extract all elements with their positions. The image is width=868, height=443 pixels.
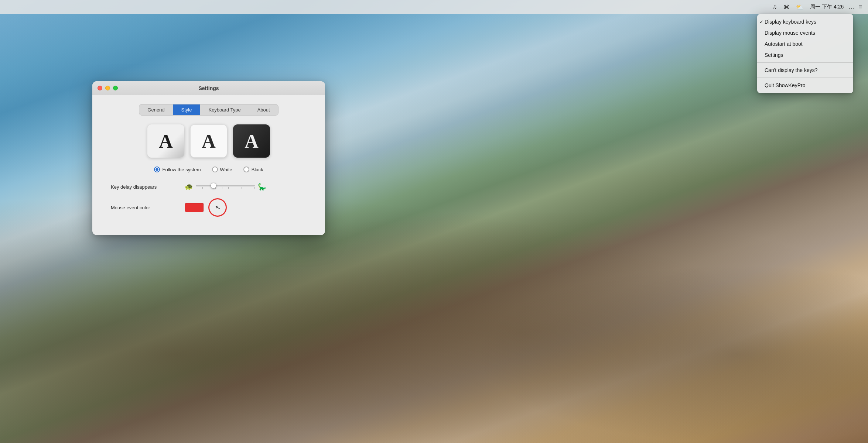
menu-item-display-keyboard-keys-label: Display keyboard keys bbox=[765, 19, 816, 25]
slider-left-icon: 🐢 bbox=[185, 183, 193, 191]
slider-thumb[interactable] bbox=[211, 183, 216, 189]
radio-white-circle bbox=[212, 166, 218, 172]
command-icon[interactable]: ⌘ bbox=[782, 3, 791, 11]
mouse-event-color-label: Mouse event color bbox=[111, 205, 185, 210]
cursor-arrow-icon: ↖ bbox=[214, 203, 221, 212]
radio-follow-system-label: Follow the system bbox=[162, 167, 201, 172]
slider-tick bbox=[254, 187, 255, 189]
window-titlebar: Settings bbox=[92, 81, 325, 95]
cloud-icon[interactable]: ⛅ bbox=[794, 3, 805, 11]
key-delay-label: Key delay disappears bbox=[111, 184, 185, 190]
radio-options: Follow the system White Black bbox=[103, 166, 314, 172]
menu-item-autostart-at-boot[interactable]: Autostart at boot bbox=[757, 38, 853, 49]
window-content: General Style Keyboard Type About A A A … bbox=[92, 95, 325, 235]
key-delay-row: Key delay disappears 🐢 bbox=[103, 183, 314, 191]
window-close-button[interactable] bbox=[98, 86, 102, 90]
mouse-event-color-control: ↖ bbox=[185, 198, 227, 217]
menu-item-display-keyboard-keys[interactable]: Display keyboard keys bbox=[757, 16, 853, 27]
menu-item-display-mouse-events[interactable]: Display mouse events bbox=[757, 27, 853, 38]
mouse-cursor-indicator: ↖ bbox=[208, 198, 227, 217]
color-swatch[interactable] bbox=[185, 203, 204, 212]
slider-tick bbox=[209, 187, 209, 189]
slider-tick bbox=[202, 187, 203, 189]
tab-about[interactable]: About bbox=[249, 104, 278, 115]
style-preview-white[interactable]: A bbox=[190, 124, 227, 158]
radio-black-label: Black bbox=[252, 167, 263, 172]
window-title: Settings bbox=[198, 85, 219, 91]
dropdown-separator-1 bbox=[757, 62, 853, 63]
window-maximize-button[interactable] bbox=[113, 86, 118, 90]
dropdown-separator-2 bbox=[757, 78, 853, 78]
slider-tick bbox=[228, 187, 229, 189]
tab-keyboard-type[interactable]: Keyboard Type bbox=[200, 104, 249, 115]
settings-tabs: General Style Keyboard Type About bbox=[139, 104, 278, 116]
slider-ticks bbox=[196, 187, 255, 189]
menu-item-display-mouse-events-label: Display mouse events bbox=[765, 30, 815, 36]
slider-tick bbox=[222, 187, 222, 189]
radio-black-circle bbox=[243, 166, 249, 172]
slider-tick bbox=[242, 187, 242, 189]
radio-white[interactable]: White bbox=[212, 166, 232, 172]
radio-white-label: White bbox=[220, 167, 232, 172]
key-delay-control: 🐢 bbox=[185, 183, 266, 191]
window-controls bbox=[98, 86, 118, 90]
menu-item-quit[interactable]: Quit ShowKeyPro bbox=[757, 80, 853, 91]
slider-tick bbox=[196, 187, 196, 189]
slider-tick bbox=[248, 187, 248, 189]
slider-wrapper bbox=[196, 185, 255, 189]
music-icon[interactable]: ♫ bbox=[771, 3, 778, 11]
slider-track[interactable] bbox=[196, 185, 255, 186]
tab-general[interactable]: General bbox=[139, 104, 173, 115]
menubar-list-icon[interactable]: ≡ bbox=[859, 4, 862, 10]
menu-item-quit-label: Quit ShowKeyPro bbox=[765, 82, 806, 88]
style-preview-dark[interactable]: A bbox=[233, 124, 270, 158]
tab-style[interactable]: Style bbox=[173, 104, 201, 115]
radio-follow-system-circle bbox=[154, 166, 160, 172]
style-preview-light[interactable]: A bbox=[147, 124, 184, 158]
slider-tick bbox=[235, 187, 235, 189]
menu-item-cant-display-keys[interactable]: Can't display the keys? bbox=[757, 65, 853, 76]
style-previews: A A A bbox=[103, 124, 314, 158]
style-preview-dark-letter: A bbox=[245, 130, 259, 152]
menubar-ellipsis[interactable]: ... bbox=[849, 4, 855, 10]
slider-right-icon: 🦕 bbox=[258, 183, 266, 191]
menubar: ♫ ⌘ ⛅ 周一 下午 4:26 ... ≡ bbox=[0, 0, 868, 14]
dropdown-menu: Display keyboard keys Display mouse even… bbox=[757, 14, 853, 93]
settings-window: Settings General Style Keyboard Type Abo… bbox=[92, 81, 325, 235]
mouse-event-color-row: Mouse event color ↖ bbox=[103, 198, 314, 217]
menu-item-autostart-at-boot-label: Autostart at boot bbox=[765, 41, 803, 47]
style-preview-white-letter: A bbox=[202, 130, 216, 152]
style-preview-light-letter: A bbox=[159, 130, 173, 152]
window-minimize-button[interactable] bbox=[105, 86, 110, 90]
menubar-time: 周一 下午 4:26 bbox=[809, 4, 845, 10]
radio-black[interactable]: Black bbox=[243, 166, 263, 172]
menubar-right: ♫ ⌘ ⛅ 周一 下午 4:26 ... ≡ bbox=[771, 3, 862, 11]
menu-item-settings[interactable]: Settings bbox=[757, 49, 853, 61]
menu-item-cant-display-keys-label: Can't display the keys? bbox=[765, 67, 818, 73]
slider-container: 🐢 bbox=[185, 183, 266, 191]
radio-follow-system[interactable]: Follow the system bbox=[154, 166, 201, 172]
menu-item-settings-label: Settings bbox=[765, 52, 783, 58]
